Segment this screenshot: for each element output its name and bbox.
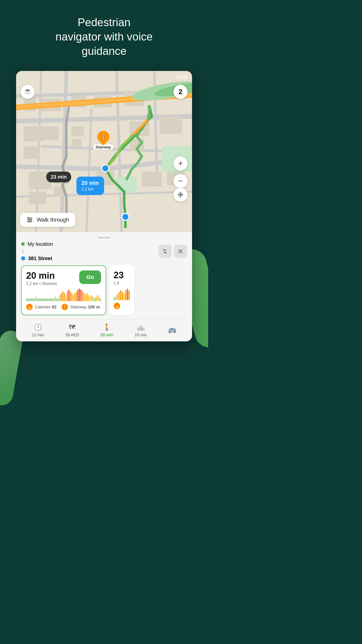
bottom-navigation: 🕐 12 min 🗺 30 AED 🚶 20 min 🚲 10 min 🚌 [21, 319, 187, 341]
nav-bike[interactable]: 🚲 10 min [135, 324, 147, 337]
elevation-bar [61, 293, 62, 301]
elevation-bar [38, 298, 39, 301]
elevation-bar [58, 298, 59, 301]
elevation-bar [74, 293, 75, 301]
elevation-bar [52, 298, 53, 301]
svg-point-39 [122, 213, 129, 220]
layers-icon [24, 88, 31, 95]
elevation-bar [55, 297, 56, 301]
elevation-bar [35, 297, 36, 301]
elevation-bar [56, 298, 57, 301]
elevation-bar [73, 295, 74, 301]
elevation-bar [29, 298, 30, 301]
svg-line-2 [16, 167, 104, 169]
nav-time[interactable]: 🕐 12 min [32, 324, 44, 337]
filter-icon [26, 216, 33, 223]
zoom-plus-button[interactable]: + [173, 156, 188, 171]
elevation-bar [41, 298, 42, 301]
bus-icon: 🚌 [168, 326, 176, 334]
elevation-bar [83, 293, 84, 301]
route-card-1[interactable]: 20 min 1,2 km • Shortest Go 🔥 Calories 9… [21, 265, 106, 315]
go-button[interactable]: Go [79, 270, 101, 284]
elevation-bar [97, 295, 98, 301]
elevation-bar [127, 289, 128, 300]
elevation-chart-1 [26, 289, 101, 301]
elevation-bar [119, 292, 120, 300]
card-header-1: 20 min 1,2 km • Shortest Go [26, 270, 101, 286]
svg-rect-15 [71, 126, 84, 136]
svg-point-38 [102, 165, 109, 172]
page-title: Pedestrian navigator with voice guidance [35, 0, 173, 68]
elevation-bar [93, 297, 94, 301]
elevation-bar [67, 291, 68, 301]
elevation-bar [88, 295, 89, 301]
walk-through-label: Walk through [37, 217, 69, 223]
nav-taxi-label: 30 AED [65, 333, 79, 337]
svg-point-45 [28, 217, 29, 219]
nav-walk[interactable]: 🚶 20 min [101, 324, 113, 337]
stairway-marker[interactable]: 🪜 Stairway [94, 131, 113, 150]
card-footer-1: 🔥 Calories 92 🪜 Stairway 100 m [26, 304, 101, 310]
time-bubble-dark: 23 min [46, 172, 71, 182]
location-button[interactable] [173, 188, 188, 202]
route-cards: 20 min 1,2 km • Shortest Go 🔥 Calories 9… [21, 265, 187, 319]
elevation-bar [70, 291, 71, 301]
elevation-bar [53, 298, 54, 301]
zoom-minus-button[interactable]: − [173, 174, 188, 188]
map-area: 12:30 2 + − 🪜 St [16, 71, 192, 232]
svg-rect-24 [159, 116, 182, 134]
elevation-bar [26, 298, 27, 301]
stairway-footer-dist: 100 m [88, 304, 100, 309]
svg-rect-25 [142, 172, 162, 187]
elevation-bar [77, 290, 78, 301]
taxi-icon: 🗺 [69, 324, 75, 331]
stairway-icon: 🪜 [100, 134, 107, 140]
svg-rect-14 [41, 126, 59, 140]
elevation-bar [37, 298, 38, 301]
elevation-bar [34, 298, 35, 301]
elevation-bar [64, 293, 65, 301]
walk-through-button[interactable]: Walk through [20, 213, 75, 227]
card-footer-2: 🔥 [114, 303, 130, 309]
from-label: My location [28, 241, 53, 247]
elevation-bar [85, 295, 86, 301]
route-from: My location [21, 241, 158, 247]
elevation-bar [40, 298, 41, 301]
close-button[interactable] [174, 245, 187, 258]
map-time: 12:30 [176, 74, 188, 80]
card-1-info: 20 min 1,2 km • Shortest [26, 270, 57, 286]
nav-bus[interactable]: 🚌 [168, 326, 176, 335]
elevation-bar [91, 295, 92, 301]
layer-button[interactable] [21, 85, 35, 99]
drag-handle [98, 237, 110, 238]
elevation-bar [117, 294, 118, 300]
elevation-bar [100, 298, 101, 301]
nav-walk-label: 20 min [101, 333, 113, 337]
elevation-bar [120, 290, 121, 300]
stairway-entry: 🪜 Stairway 100 m [62, 304, 100, 310]
swap-button[interactable] [158, 245, 171, 258]
elevation-bar [49, 298, 50, 301]
route-to: 381 Street [21, 256, 158, 261]
nav-time-label: 12 min [32, 333, 44, 337]
elevation-bar [122, 292, 123, 300]
elevation-bar [47, 298, 48, 301]
nav-bike-label: 10 min [135, 333, 147, 337]
svg-point-46 [30, 219, 32, 221]
elevation-bar [76, 291, 77, 301]
elevation-bar [125, 290, 126, 300]
elevation-chart-2 [114, 288, 130, 300]
route-controls [158, 245, 187, 258]
route-card-2[interactable]: 23 1,8 🔥 [109, 265, 134, 315]
elevation-bar [124, 294, 125, 300]
svg-rect-16 [71, 139, 81, 148]
walk-icon: 🚶 [103, 324, 111, 331]
elevation-bar [31, 298, 32, 301]
time-bubble-time: 20 min [81, 180, 99, 187]
elevation-bar [71, 293, 72, 301]
elevation-bar [59, 295, 60, 301]
route-points: My location 381 Street [21, 241, 158, 261]
elevation-bar [82, 291, 83, 301]
card-1-sub: 1,2 km • Shortest [26, 281, 57, 286]
nav-taxi[interactable]: 🗺 30 AED [65, 324, 79, 337]
